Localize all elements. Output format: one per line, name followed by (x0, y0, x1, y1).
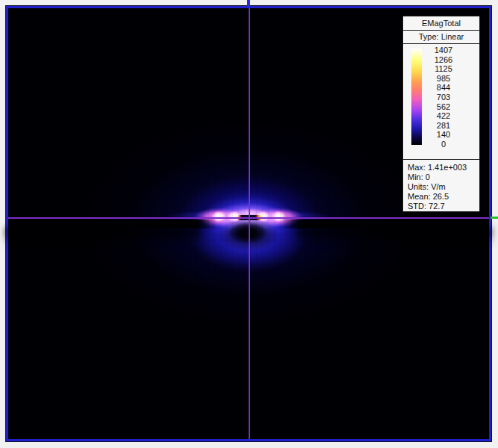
legend-scale-type: Type: Linear (403, 31, 479, 44)
ground-plane-left (8, 220, 217, 228)
ground-plane-right (281, 220, 489, 228)
field-null-region (228, 222, 268, 244)
tick-label: 0 (420, 140, 467, 149)
crosshair-top-marker[interactable] (247, 0, 250, 7)
field-hotspot-2 (227, 211, 242, 223)
stat-mean: Mean: 26.5 (408, 192, 479, 202)
stat-min: Min: 0 (408, 172, 479, 182)
crosshair-vertical-line[interactable] (249, 8, 250, 439)
field-glow-strip-top (234, 208, 267, 217)
tick-label: 422 (420, 111, 467, 120)
tick-label: 985 (420, 74, 467, 83)
tick-label: 703 (420, 93, 467, 102)
stat-units: Units: V/m (408, 182, 479, 192)
colorbar-tick-labels: 1407 1266 1125 985 844 703 562 422 281 1… (420, 46, 467, 149)
legend-colorbar-section: 1407 1266 1125 985 844 703 562 422 281 1… (403, 44, 479, 160)
tick-label: 562 (420, 102, 467, 111)
shadow-below-right (296, 228, 492, 246)
crosshair-right-marker[interactable] (491, 217, 498, 219)
tick-label: 844 (420, 83, 467, 92)
tick-label: 1407 (420, 46, 467, 55)
tick-label: 140 (420, 130, 467, 139)
field-hotspot-3 (255, 211, 270, 223)
mesh-grid-overlay (166, 178, 338, 277)
legend-title: EMagTotal (403, 16, 479, 31)
app-window: EMagTotal Type: Linear 1407 1266 1125 98… (0, 0, 498, 448)
stat-std: STD: 72.7 (408, 202, 479, 211)
legend-panel[interactable]: EMagTotal Type: Linear 1407 1266 1125 98… (402, 16, 480, 212)
shadow-below-left (5, 228, 201, 246)
field-hotspot-1 (211, 211, 226, 223)
stat-max: Max: 1.41e+003 (408, 163, 479, 172)
tick-label: 1125 (420, 64, 467, 73)
field-hotspot-4 (271, 211, 286, 223)
tick-label: 1266 (420, 55, 467, 64)
legend-stats-section: Max: 1.41e+003 Min: 0 Units: V/m Mean: 2… (403, 160, 479, 211)
tick-label: 281 (420, 121, 467, 130)
